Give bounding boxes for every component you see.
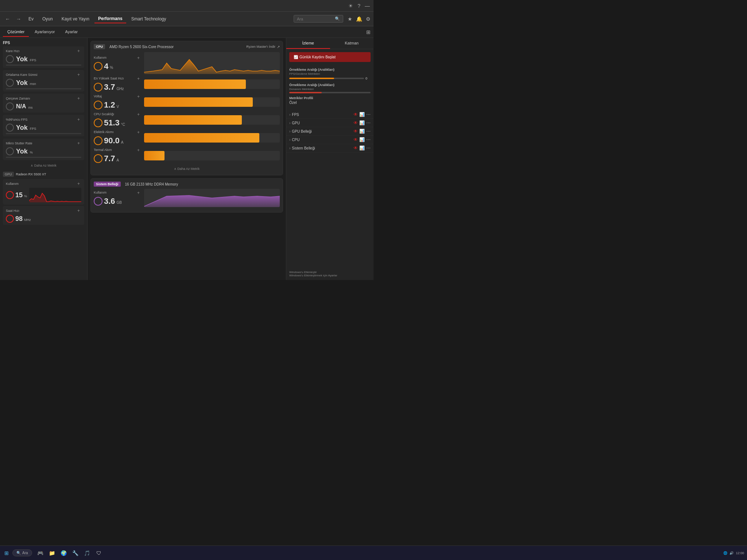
cpu-saat-bar [144,79,280,89]
gpu-saat-gauge [6,215,14,223]
gpu-mem-chart-icon[interactable]: 📊 [359,129,365,134]
cpu-voltaj-add-btn[interactable]: + [136,94,141,99]
kare-hizi-gauge [6,55,14,63]
gpu-kullanim-add-btn[interactable]: + [76,181,81,186]
search-icon: 🔍 [335,16,340,21]
fps-eye-icon[interactable]: 👁 [353,112,358,117]
cpu-saat-add-btn[interactable]: + [136,76,141,81]
memory-device-name: 16 GB 2133 MHz DDR4 Memory [125,182,178,186]
setting-fps-sublabel: FPS/Gecikme Metrikleri [289,72,371,75]
home-nav-link[interactable]: Ev [25,15,37,23]
right-tabs: İzleme Katman [286,38,374,49]
memory-kullanim-add-btn[interactable]: + [136,190,141,195]
cpu-voltaj-label: Voltaj [94,94,102,98]
forward-button[interactable]: → [14,15,23,23]
sys-mem-eye-icon[interactable]: 👁 [353,145,358,151]
back-button[interactable]: ← [3,15,12,23]
cpu-sicaklik-add-btn[interactable]: + [136,112,141,117]
stutter-add-btn[interactable]: + [76,141,81,146]
stutter-unit: % [30,151,33,154]
sys-mem-group-label: Sistem Belleği [292,146,353,150]
cerceve-add-btn[interactable]: + [76,96,81,101]
donanim-slider-track[interactable] [289,92,371,93]
kare-hizi-add-btn[interactable]: + [76,48,81,54]
help-icon[interactable]: ? [357,3,360,9]
cpu-more-icon[interactable]: ⋯ [366,137,371,142]
cpu-kullanim-unit: % [110,66,113,70]
ryzen-master-link[interactable]: Ryzen Master'ı İndir [246,45,275,48]
cpu-sicaklik-bar [144,115,280,125]
cpu-eye-icon[interactable]: 👁 [353,137,358,142]
tab-ayarlaniyor[interactable]: Ayarlanıyor [30,27,59,37]
gpu-badge: GPU [3,172,14,177]
fps-chart-icon[interactable]: 📊 [359,112,365,117]
notifications-icon[interactable]: 🔔 [356,16,362,22]
gpu-mem-eye-icon[interactable]: 👁 [353,129,358,134]
cpu-saat-gauge [94,83,102,92]
tab-ayarlar[interactable]: Ayarlar [61,27,82,37]
gpu-chart-icon[interactable]: 📊 [359,120,365,125]
fps99-add-btn[interactable]: + [76,117,81,122]
gpu-more-icon[interactable]: ⋯ [366,120,371,125]
cpu-voltaj-value: 1.2 [104,100,115,110]
cpu-device-name: AMD Ryzen 5 2600 Six-Core Processor [109,45,174,49]
ortalama-value: Yok [16,79,28,87]
ortalama-add-btn[interactable]: + [76,72,81,77]
fps99-label: %99'uncu FPS [6,118,27,121]
tab-cozumler[interactable]: Çözümler [3,27,29,37]
nav-oyun[interactable]: Oyun [39,15,57,23]
cpu-sicaklik-unit: °C [121,122,125,127]
cpu-elektrik-add-btn[interactable]: + [136,130,141,135]
windows-activation-line2: Windows'u Etkinleştirmek için Ayarlar [289,274,371,277]
fps-more-icon[interactable]: ⋯ [366,112,371,117]
sun-icon[interactable]: ☀ [348,3,353,9]
gpu-device-name: Radeon RX 5500 XT [16,172,46,176]
cpu-less-metrics-btn[interactable]: ∧ Daha Az Metrik [94,166,280,172]
cpu-elektrik-label: Elektrik Akımı [94,130,114,134]
nav-kayit[interactable]: Kayıt ve Yayın [58,15,93,23]
cpu-elektrik-bar [144,133,280,143]
cpu-termal-add-btn[interactable]: + [136,148,141,153]
metric-group-fps[interactable]: › FPS 👁 📊 ⋯ [286,110,374,119]
fps-cerceve-card: Çerçeve Zamanı + N/A ms [3,94,84,113]
gpu-group-label: GPU [292,121,353,125]
right-settings: Örnekleme Aralığı (Aralıkları) FPS/Gecik… [286,65,374,110]
gpu-expand-arrow: › [289,121,290,125]
windows-activation-line1: Windows'u Etkinleştir [289,271,371,274]
metrics-profile-row: Metrikler Profili Özel [289,96,371,105]
metric-group-gpu[interactable]: › GPU 👁 📊 ⋯ [286,119,374,127]
minimize-icon[interactable]: — [365,3,370,9]
start-record-button[interactable]: 📈 Günlük Kaydını Başlat [289,52,371,62]
metric-group-cpu[interactable]: › CPU 👁 📊 ⋯ [286,136,374,144]
memory-kullanim-unit: GB [117,201,122,205]
nav-performans[interactable]: Performans [94,15,126,23]
gpu-saat-add-btn[interactable]: + [76,208,81,213]
gpu-mem-more-icon[interactable]: ⋯ [366,129,371,134]
fps-slider-track[interactable] [289,78,364,79]
external-link-icon[interactable]: ↗ [277,45,280,49]
main-content: FPS Kare Hızı + Yok FPS Ortalama Kare Sü… [0,38,374,280]
favorites-icon[interactable]: ★ [348,16,352,22]
sys-mem-more-icon[interactable]: ⋯ [366,145,371,151]
setting-fps-label: Örnekleme Aralığı (Aralıkları) [289,68,371,71]
gpu-section: GPU Radeon RX 5500 XT Kullanım + 15 % [3,172,84,225]
nav-smart-tech[interactable]: Smart Technology [128,15,170,23]
search-input[interactable] [297,17,333,21]
setting-donanim-label: Örnekleme Aralığı (Aralıkları) [289,83,371,87]
gpu-eye-icon[interactable]: 👁 [353,120,358,125]
cpu-chart-icon[interactable]: 📊 [359,137,365,142]
search-bar[interactable]: 🔍 [294,15,343,23]
fps-less-metrics-btn[interactable]: ∧ Daha Az Metrik [3,162,84,169]
metric-group-sys-memory[interactable]: › Sistem Belleği 👁 📊 ⋯ [286,144,374,152]
ortalama-label: Ortalama Kare Süresi [6,73,38,77]
settings-icon[interactable]: ⚙ [366,16,371,22]
cpu-termal-bar [144,151,280,160]
metric-group-gpu-memory[interactable]: › GPU Belleği 👁 📊 ⋯ [286,127,374,136]
record-icon: 📈 [294,55,298,59]
cpu-kullanim-add-btn[interactable]: + [136,55,141,61]
tab-katman[interactable]: Katman [330,38,374,49]
tab-izleme[interactable]: İzleme [286,38,330,49]
sys-mem-chart-icon[interactable]: 📊 [359,145,365,151]
stutter-label: Mikro Stutter Rate [6,141,32,145]
grid-view-icon[interactable]: ⊞ [366,29,371,35]
